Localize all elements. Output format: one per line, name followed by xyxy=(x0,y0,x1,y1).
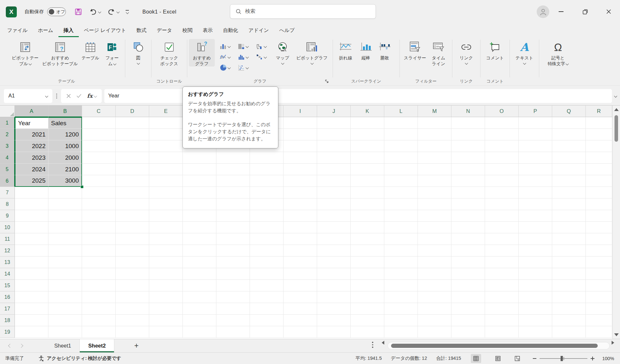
cell-O13[interactable] xyxy=(485,257,519,268)
column-header-R[interactable]: R xyxy=(586,106,612,117)
cell-C12[interactable] xyxy=(82,245,116,257)
cell-I17[interactable] xyxy=(284,303,317,315)
formula-bar-grip[interactable] xyxy=(56,94,57,98)
cell-M12[interactable] xyxy=(418,245,451,257)
cell-L9[interactable] xyxy=(384,210,418,222)
cell-H19[interactable] xyxy=(250,326,284,338)
cell-O8[interactable] xyxy=(485,198,519,210)
cell-R19[interactable] xyxy=(586,326,612,338)
cell-O4[interactable] xyxy=(485,152,519,164)
cell-G14[interactable] xyxy=(216,268,250,280)
select-all-corner[interactable] xyxy=(0,106,15,117)
cell-J10[interactable] xyxy=(317,222,351,233)
cell-M15[interactable] xyxy=(418,280,451,291)
cell-K2[interactable] xyxy=(351,129,384,140)
cell-C14[interactable] xyxy=(82,268,116,280)
cell-G8[interactable] xyxy=(216,198,250,210)
cell-D10[interactable] xyxy=(116,222,149,233)
cell-J17[interactable] xyxy=(317,303,351,315)
cell-A16[interactable] xyxy=(15,291,48,303)
vertical-scroll-thumb[interactable] xyxy=(615,115,618,142)
horizontal-scrollbar[interactable] xyxy=(388,342,610,349)
sheet-tab-sheet1[interactable]: Sheet1 xyxy=(46,339,79,352)
cell-L18[interactable] xyxy=(384,315,418,326)
cell-A14[interactable] xyxy=(15,268,48,280)
cell-E7[interactable] xyxy=(149,187,183,198)
cell-M16[interactable] xyxy=(418,291,451,303)
row-header-4[interactable]: 4 xyxy=(0,152,15,164)
column-header-J[interactable]: J xyxy=(317,106,351,117)
cell-N18[interactable] xyxy=(451,315,485,326)
cell-L8[interactable] xyxy=(384,198,418,210)
cell-F14[interactable] xyxy=(183,268,216,280)
tab-view[interactable]: 表示 xyxy=(198,24,218,37)
add-sheet-button[interactable]: + xyxy=(127,339,145,352)
cell-M13[interactable] xyxy=(418,257,451,268)
cell-B9[interactable] xyxy=(48,210,82,222)
cell-J4[interactable] xyxy=(317,152,351,164)
cell-I1[interactable] xyxy=(284,117,317,129)
cell-D7[interactable] xyxy=(116,187,149,198)
cell-G12[interactable] xyxy=(216,245,250,257)
cell-C10[interactable] xyxy=(82,222,116,233)
cell-J18[interactable] xyxy=(317,315,351,326)
cell-I15[interactable] xyxy=(284,280,317,291)
cell-R15[interactable] xyxy=(586,280,612,291)
cell-L11[interactable] xyxy=(384,233,418,245)
cell-C13[interactable] xyxy=(82,257,116,268)
restore-button[interactable] xyxy=(578,5,593,19)
cell-G5[interactable] xyxy=(216,164,250,175)
cell-P4[interactable] xyxy=(519,152,552,164)
tab-page-layout[interactable]: ページ レイアウト xyxy=(79,24,131,37)
cell-N14[interactable] xyxy=(451,268,485,280)
charts-dialog-launcher[interactable] xyxy=(325,79,329,84)
column-header-P[interactable]: P xyxy=(519,106,552,117)
cell-F13[interactable] xyxy=(183,257,216,268)
cell-Q3[interactable] xyxy=(552,140,586,152)
maps-button[interactable]: マップ xyxy=(272,39,293,64)
cell-D13[interactable] xyxy=(116,257,149,268)
cell-E10[interactable] xyxy=(149,222,183,233)
cell-D12[interactable] xyxy=(116,245,149,257)
cell-I5[interactable] xyxy=(284,164,317,175)
cell-Q11[interactable] xyxy=(552,233,586,245)
cell-A15[interactable] xyxy=(15,280,48,291)
cell-A7[interactable] xyxy=(15,187,48,198)
cell-P13[interactable] xyxy=(519,257,552,268)
scrollbar-resize-grip[interactable] xyxy=(372,342,373,348)
timeline-button[interactable]: タイムライン xyxy=(429,39,449,66)
cell-L2[interactable] xyxy=(384,129,418,140)
cell-A10[interactable] xyxy=(15,222,48,233)
cell-M11[interactable] xyxy=(418,233,451,245)
cell-F5[interactable] xyxy=(183,164,216,175)
cell-G9[interactable] xyxy=(216,210,250,222)
cell-A18[interactable] xyxy=(15,315,48,326)
cell-O19[interactable] xyxy=(485,326,519,338)
cell-C2[interactable] xyxy=(82,129,116,140)
cell-F16[interactable] xyxy=(183,291,216,303)
cell-P11[interactable] xyxy=(519,233,552,245)
cell-F18[interactable] xyxy=(183,315,216,326)
cell-R17[interactable] xyxy=(586,303,612,315)
cell-E13[interactable] xyxy=(149,257,183,268)
zoom-in-button[interactable] xyxy=(591,357,594,360)
recommended-charts-button[interactable]: ? おすすめグラフ xyxy=(189,39,215,66)
cell-M10[interactable] xyxy=(418,222,451,233)
cell-B2[interactable]: 1200 xyxy=(48,129,82,140)
account-avatar[interactable] xyxy=(537,5,549,18)
cell-L4[interactable] xyxy=(384,152,418,164)
cell-A8[interactable] xyxy=(15,198,48,210)
cell-G11[interactable] xyxy=(216,233,250,245)
page-layout-view-button[interactable] xyxy=(493,354,503,363)
cell-Q1[interactable] xyxy=(552,117,586,129)
cell-R14[interactable] xyxy=(586,268,612,280)
waterfall-chart-button[interactable] xyxy=(252,52,270,62)
cell-E6[interactable] xyxy=(149,175,183,187)
cell-J9[interactable] xyxy=(317,210,351,222)
cell-A5[interactable]: 2024 xyxy=(15,164,48,175)
cell-O7[interactable] xyxy=(485,187,519,198)
cell-J13[interactable] xyxy=(317,257,351,268)
cell-F8[interactable] xyxy=(183,198,216,210)
close-button[interactable] xyxy=(601,5,616,19)
sheet-nav-prev-button[interactable] xyxy=(5,339,16,352)
